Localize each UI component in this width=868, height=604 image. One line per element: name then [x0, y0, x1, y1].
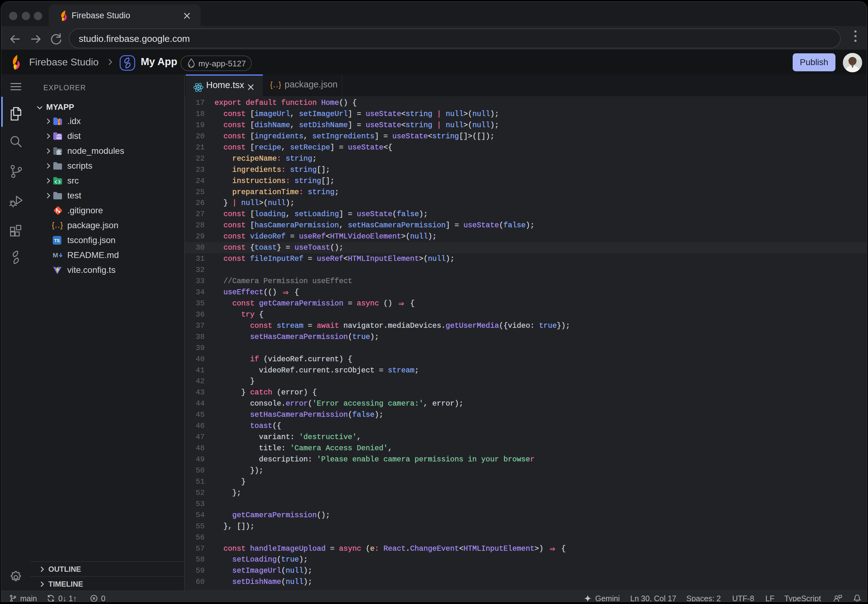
svg-text:M: M: [53, 252, 58, 259]
svg-text:TS: TS: [54, 238, 60, 243]
svg-text:{..}: {..}: [52, 221, 63, 230]
svg-text:{..}: {..}: [270, 81, 281, 90]
